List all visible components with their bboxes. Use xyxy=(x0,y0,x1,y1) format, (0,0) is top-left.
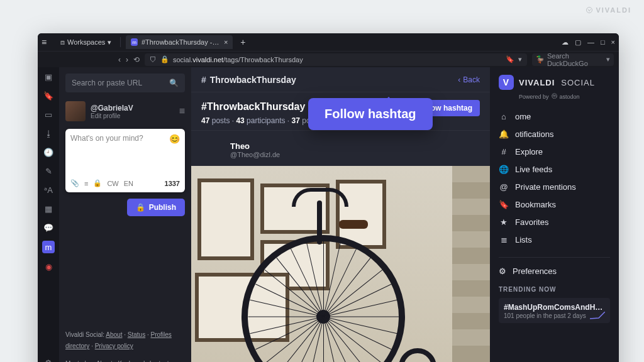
nav-live-feeds[interactable]: 🌐Live feeds xyxy=(499,165,610,174)
svg-point-0 xyxy=(587,8,592,13)
forward-button[interactable]: › xyxy=(126,55,128,64)
post-media[interactable]: 👁 xyxy=(191,166,490,362)
column-title: ThrowbackThursday xyxy=(210,75,296,85)
search-engine-box[interactable]: 🦆 Search DuckDuckGo ▾ xyxy=(532,53,614,66)
shield-icon: ⛉ xyxy=(150,56,157,63)
powered-by: Powered by ⓜ astodon xyxy=(519,92,610,101)
address-bar: ‹ › ⟲ ⛉ 🔒 social.vivaldi.net/tags/Throwb… xyxy=(38,51,619,67)
vivaldi-panel-icon[interactable]: ◉ xyxy=(43,261,54,272)
translate-panel-icon[interactable]: ᵃA xyxy=(43,184,54,195)
new-tab-button[interactable]: + xyxy=(238,37,248,47)
chevron-left-icon: ‹ xyxy=(458,75,460,84)
tab-title: #ThrowbackThursday - Viv… xyxy=(142,38,220,46)
globe-icon: 🌐 xyxy=(499,165,509,174)
nav-notifications[interactable]: 🔔otifications xyxy=(499,129,610,139)
close-icon[interactable]: × xyxy=(224,38,228,46)
reload-button[interactable]: ⟲ xyxy=(133,55,140,64)
nav-private-mentions[interactable]: @Private mentions xyxy=(499,182,610,192)
search-engine-icon: 🦆 xyxy=(536,55,545,63)
vivaldi-watermark: VIVALDI xyxy=(586,6,631,14)
emoji-picker-icon[interactable]: 😊 xyxy=(169,134,180,144)
post-author-handle: @Theo@dizl.de xyxy=(230,151,280,158)
bookmark-icon: 🔖 xyxy=(499,200,509,209)
nav-favorites[interactable]: ★Favorites xyxy=(499,217,610,227)
search-icon: 🔍 xyxy=(169,79,179,87)
chevron-down-icon[interactable]: ▾ xyxy=(518,55,522,63)
star-icon: ★ xyxy=(499,217,509,227)
minimize-button[interactable]: — xyxy=(587,38,594,46)
language-toggle[interactable]: EN xyxy=(124,180,133,187)
browser-window: ≡ ⧈ Workspaces ▾ m #ThrowbackThursday - … xyxy=(38,33,619,362)
edit-profile-link[interactable]: Edit profile xyxy=(91,112,133,119)
settings-panel-icon[interactable]: ⚙ xyxy=(43,357,54,362)
workspaces-label: Workspaces xyxy=(67,38,105,46)
nav-lists[interactable]: ≣Lists xyxy=(499,235,610,244)
browser-tab[interactable]: m #ThrowbackThursday - Viv… × xyxy=(126,35,233,49)
sync-icon[interactable]: ☁ xyxy=(562,38,569,47)
nav-bookmarks[interactable]: 🔖Bookmarks xyxy=(499,200,610,209)
tile-icon[interactable]: ▢ xyxy=(575,38,581,47)
maximize-button[interactable]: □ xyxy=(601,38,605,46)
gear-icon: ⚙ xyxy=(499,266,506,276)
workspaces-dropdown[interactable]: ⧈ Workspaces ▾ xyxy=(57,37,115,48)
nav-explore[interactable]: #Explore xyxy=(499,147,610,156)
close-window-button[interactable]: × xyxy=(611,38,615,46)
avatar[interactable] xyxy=(201,138,224,161)
chevron-down-icon[interactable]: ▾ xyxy=(606,55,610,63)
mastodon-panel-icon[interactable]: m xyxy=(42,241,55,253)
compose-column: Search or paste URL 🔍 @GabrielaV Edit pr… xyxy=(59,67,191,362)
footer-links: Vivaldi Social: About · Status · Profile… xyxy=(65,329,185,362)
menu-icon[interactable]: ≡ xyxy=(42,37,52,47)
panel-toggle-icon[interactable]: ▣ xyxy=(43,71,54,82)
post-author-name[interactable]: Theo xyxy=(230,141,280,151)
nav-list: ⌂ome 🔔otifications #Explore 🌐Live feeds … xyxy=(499,112,610,244)
profile-row: @GabrielaV Edit profile ≡ xyxy=(65,101,185,121)
history-panel-icon[interactable]: 🕘 xyxy=(43,146,54,158)
bookmark-icon[interactable]: 🔖 xyxy=(506,55,514,63)
workspaces-icon: ⧈ xyxy=(60,38,65,47)
trending-hashtag: #MashUpRomComsAndHor… xyxy=(504,303,605,312)
downloads-panel-icon[interactable]: ⭳ xyxy=(43,128,54,139)
nav-preferences[interactable]: ⚙ Preferences xyxy=(499,257,610,276)
nav-home[interactable]: ⌂ome xyxy=(499,112,610,121)
url-field[interactable]: ⛉ 🔒 social.vivaldi.net/tags/ThrowbackThu… xyxy=(145,53,527,66)
cw-toggle[interactable]: CW xyxy=(107,180,118,187)
compose-box: What's on your mind? 😊 📎 ≡ 🔒 CW EN 1337 xyxy=(65,129,185,192)
lock-icon: 🔒 xyxy=(160,55,169,63)
avatar[interactable] xyxy=(65,101,86,121)
notes-panel-icon[interactable]: ✎ xyxy=(43,165,54,177)
reading-list-icon[interactable]: ▭ xyxy=(43,109,54,120)
bookmarks-panel-icon[interactable]: 🔖 xyxy=(43,90,54,101)
brand: V VIVALDI SOCIAL xyxy=(499,75,610,90)
chat-panel-icon[interactable]: 💬 xyxy=(43,222,54,233)
profile-handle: @GabrielaV xyxy=(91,104,133,112)
back-button[interactable]: ‹ xyxy=(118,55,121,64)
hashtag-icon: # xyxy=(201,75,206,85)
lock-icon: 🔒 xyxy=(136,203,145,212)
trending-sub: 101 people in the past 2 days xyxy=(504,312,586,319)
home-icon: ⌂ xyxy=(499,112,509,121)
footer-link[interactable]: Privacy policy xyxy=(95,343,133,349)
footer-link[interactable]: About xyxy=(106,331,122,338)
mastodon-icon: ⓜ xyxy=(552,92,557,101)
hashtag-icon: # xyxy=(499,147,509,156)
compose-textarea[interactable]: What's on your mind? 😊 xyxy=(70,134,180,163)
poll-icon[interactable]: ≡ xyxy=(84,180,88,187)
window-panel-icon[interactable]: ▦ xyxy=(43,203,54,214)
profile-menu-icon[interactable]: ≡ xyxy=(179,106,185,117)
trending-card[interactable]: #MashUpRomComsAndHor… 101 people in the … xyxy=(499,298,610,323)
at-icon: @ xyxy=(499,182,509,192)
attach-icon[interactable]: 📎 xyxy=(70,179,79,187)
url-text: social.vivaldi.net/tags/ThrowbackThursda… xyxy=(173,56,303,63)
visibility-icon[interactable]: 🔒 xyxy=(93,179,102,187)
footer-link[interactable]: Status xyxy=(128,331,145,338)
back-button[interactable]: ‹ Back xyxy=(458,75,480,84)
navigation-column: V VIVALDI SOCIAL Powered by ⓜ astodon ⌂o… xyxy=(490,67,619,362)
search-placeholder: Search or paste URL xyxy=(72,79,142,87)
panel-bar: ▣ 🔖 ▭ ⭳ 🕘 ✎ ᵃA ▦ 💬 m ◉ ⚙ ⊕ xyxy=(38,67,59,362)
publish-button[interactable]: 🔒 Publish xyxy=(127,199,185,216)
search-url-input[interactable]: Search or paste URL 🔍 xyxy=(65,74,185,92)
bell-icon: 🔔 xyxy=(499,129,509,139)
mastodon-favicon-icon: m xyxy=(131,38,138,46)
trending-header: TRENDING NOW xyxy=(499,286,610,293)
